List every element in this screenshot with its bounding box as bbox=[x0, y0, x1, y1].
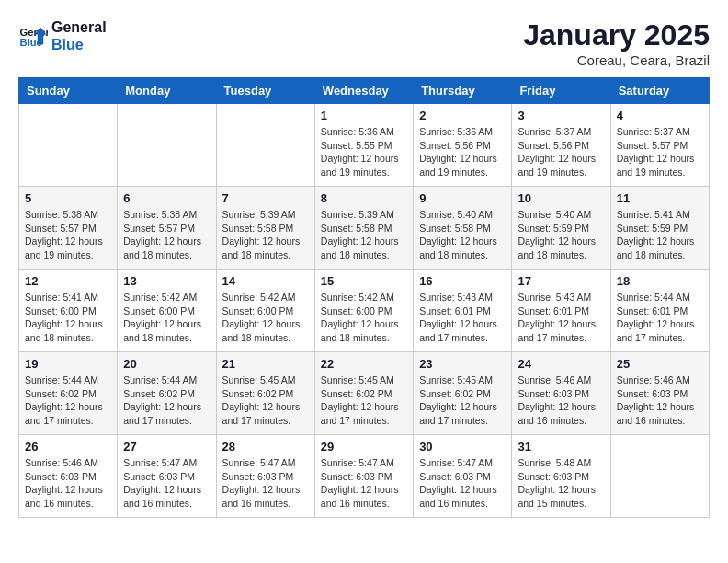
day-info: Sunrise: 5:45 AMSunset: 6:02 PMDaylight:… bbox=[321, 373, 407, 428]
calendar-week-1: 1Sunrise: 5:36 AMSunset: 5:55 PMDaylight… bbox=[19, 104, 710, 187]
logo-icon: General Blue bbox=[18, 21, 48, 51]
day-number: 21 bbox=[222, 357, 309, 371]
day-number: 17 bbox=[518, 274, 604, 288]
day-info: Sunrise: 5:44 AMSunset: 6:02 PMDaylight:… bbox=[123, 373, 210, 428]
day-number: 7 bbox=[222, 191, 309, 205]
day-number: 16 bbox=[419, 274, 506, 288]
calendar-cell: 21Sunrise: 5:45 AMSunset: 6:02 PMDayligh… bbox=[216, 352, 314, 435]
day-info: Sunrise: 5:47 AMSunset: 6:03 PMDaylight:… bbox=[222, 456, 309, 511]
day-number: 14 bbox=[222, 274, 309, 288]
calendar-cell: 6Sunrise: 5:38 AMSunset: 5:57 PMDaylight… bbox=[118, 187, 216, 270]
weekday-header-thursday: Thursday bbox=[414, 78, 512, 104]
day-number: 31 bbox=[518, 440, 604, 454]
day-info: Sunrise: 5:43 AMSunset: 6:01 PMDaylight:… bbox=[518, 291, 604, 345]
logo: General Blue General Blue bbox=[18, 18, 107, 53]
calendar-cell: 18Sunrise: 5:44 AMSunset: 6:01 PMDayligh… bbox=[610, 270, 709, 352]
weekday-header-tuesday: Tuesday bbox=[216, 78, 314, 104]
weekday-header-wednesday: Wednesday bbox=[314, 78, 413, 104]
day-number: 5 bbox=[25, 191, 111, 205]
day-info: Sunrise: 5:45 AMSunset: 6:02 PMDaylight:… bbox=[419, 373, 506, 428]
calendar-cell: 24Sunrise: 5:46 AMSunset: 6:03 PMDayligh… bbox=[512, 352, 610, 435]
logo-text: General Blue bbox=[51, 18, 107, 53]
day-info: Sunrise: 5:47 AMSunset: 6:03 PMDaylight:… bbox=[123, 456, 210, 511]
calendar-cell bbox=[216, 104, 314, 187]
day-info: Sunrise: 5:42 AMSunset: 6:00 PMDaylight:… bbox=[321, 291, 407, 345]
calendar-cell: 31Sunrise: 5:48 AMSunset: 6:03 PMDayligh… bbox=[512, 435, 610, 518]
day-info: Sunrise: 5:45 AMSunset: 6:02 PMDaylight:… bbox=[222, 373, 309, 428]
day-info: Sunrise: 5:39 AMSunset: 5:58 PMDaylight:… bbox=[222, 208, 309, 262]
day-number: 9 bbox=[419, 191, 506, 205]
day-info: Sunrise: 5:38 AMSunset: 5:57 PMDaylight:… bbox=[25, 208, 111, 262]
day-number: 18 bbox=[617, 274, 703, 288]
calendar-week-4: 19Sunrise: 5:44 AMSunset: 6:02 PMDayligh… bbox=[19, 352, 710, 435]
calendar-cell: 25Sunrise: 5:46 AMSunset: 6:03 PMDayligh… bbox=[610, 352, 709, 435]
location-subtitle: Coreau, Ceara, Brazil bbox=[523, 52, 710, 68]
day-number: 30 bbox=[419, 440, 506, 454]
day-info: Sunrise: 5:43 AMSunset: 6:01 PMDaylight:… bbox=[419, 291, 506, 345]
day-info: Sunrise: 5:39 AMSunset: 5:58 PMDaylight:… bbox=[321, 208, 407, 262]
calendar-cell: 7Sunrise: 5:39 AMSunset: 5:58 PMDaylight… bbox=[216, 187, 314, 270]
calendar-cell bbox=[610, 435, 709, 518]
day-number: 19 bbox=[25, 357, 111, 371]
day-info: Sunrise: 5:41 AMSunset: 6:00 PMDaylight:… bbox=[25, 291, 111, 345]
day-number: 8 bbox=[321, 191, 407, 205]
day-number: 1 bbox=[321, 109, 407, 122]
calendar-cell bbox=[19, 104, 118, 187]
day-number: 10 bbox=[518, 191, 604, 205]
day-number: 2 bbox=[419, 109, 506, 122]
calendar-cell: 29Sunrise: 5:47 AMSunset: 6:03 PMDayligh… bbox=[314, 435, 413, 518]
calendar-cell: 2Sunrise: 5:36 AMSunset: 5:56 PMDaylight… bbox=[414, 104, 512, 187]
day-info: Sunrise: 5:37 AMSunset: 5:56 PMDaylight:… bbox=[518, 125, 604, 179]
day-info: Sunrise: 5:36 AMSunset: 5:55 PMDaylight:… bbox=[321, 125, 407, 179]
day-info: Sunrise: 5:46 AMSunset: 6:03 PMDaylight:… bbox=[617, 373, 703, 428]
calendar-cell: 1Sunrise: 5:36 AMSunset: 5:55 PMDaylight… bbox=[314, 104, 413, 187]
day-number: 6 bbox=[123, 191, 210, 205]
weekday-header-friday: Friday bbox=[512, 78, 610, 104]
calendar-cell: 3Sunrise: 5:37 AMSunset: 5:56 PMDaylight… bbox=[512, 104, 610, 187]
day-number: 15 bbox=[321, 274, 407, 288]
day-number: 25 bbox=[617, 357, 703, 371]
day-info: Sunrise: 5:41 AMSunset: 5:59 PMDaylight:… bbox=[617, 208, 703, 262]
day-number: 27 bbox=[123, 440, 210, 454]
day-info: Sunrise: 5:38 AMSunset: 5:57 PMDaylight:… bbox=[123, 208, 210, 262]
day-info: Sunrise: 5:47 AMSunset: 6:03 PMDaylight:… bbox=[419, 456, 506, 511]
calendar-cell: 30Sunrise: 5:47 AMSunset: 6:03 PMDayligh… bbox=[414, 435, 512, 518]
calendar-week-2: 5Sunrise: 5:38 AMSunset: 5:57 PMDaylight… bbox=[19, 187, 710, 270]
day-number: 20 bbox=[123, 357, 210, 371]
calendar-cell: 5Sunrise: 5:38 AMSunset: 5:57 PMDaylight… bbox=[19, 187, 118, 270]
calendar-cell: 10Sunrise: 5:40 AMSunset: 5:59 PMDayligh… bbox=[512, 187, 610, 270]
calendar-cell: 8Sunrise: 5:39 AMSunset: 5:58 PMDaylight… bbox=[314, 187, 413, 270]
day-number: 24 bbox=[518, 357, 604, 371]
day-info: Sunrise: 5:48 AMSunset: 6:03 PMDaylight:… bbox=[518, 456, 604, 511]
day-info: Sunrise: 5:44 AMSunset: 6:01 PMDaylight:… bbox=[617, 291, 703, 345]
day-number: 29 bbox=[321, 440, 407, 454]
day-info: Sunrise: 5:37 AMSunset: 5:57 PMDaylight:… bbox=[617, 125, 703, 179]
day-info: Sunrise: 5:42 AMSunset: 6:00 PMDaylight:… bbox=[222, 291, 309, 345]
calendar-cell: 9Sunrise: 5:40 AMSunset: 5:58 PMDaylight… bbox=[414, 187, 512, 270]
calendar-cell: 27Sunrise: 5:47 AMSunset: 6:03 PMDayligh… bbox=[118, 435, 216, 518]
calendar-cell: 26Sunrise: 5:46 AMSunset: 6:03 PMDayligh… bbox=[19, 435, 118, 518]
calendar-cell: 23Sunrise: 5:45 AMSunset: 6:02 PMDayligh… bbox=[414, 352, 512, 435]
day-number: 13 bbox=[123, 274, 210, 288]
day-info: Sunrise: 5:46 AMSunset: 6:03 PMDaylight:… bbox=[518, 373, 604, 428]
month-year-title: January 2025 bbox=[523, 18, 710, 52]
calendar-cell bbox=[118, 104, 216, 187]
day-number: 23 bbox=[419, 357, 506, 371]
calendar-cell: 16Sunrise: 5:43 AMSunset: 6:01 PMDayligh… bbox=[414, 270, 512, 352]
weekday-header-saturday: Saturday bbox=[610, 78, 709, 104]
calendar-table: SundayMondayTuesdayWednesdayThursdayFrid… bbox=[18, 77, 710, 518]
calendar-cell: 14Sunrise: 5:42 AMSunset: 6:00 PMDayligh… bbox=[216, 270, 314, 352]
day-number: 12 bbox=[25, 274, 111, 288]
weekday-header-monday: Monday bbox=[118, 78, 216, 104]
calendar-cell: 17Sunrise: 5:43 AMSunset: 6:01 PMDayligh… bbox=[512, 270, 610, 352]
calendar-cell: 13Sunrise: 5:42 AMSunset: 6:00 PMDayligh… bbox=[118, 270, 216, 352]
day-number: 26 bbox=[25, 440, 111, 454]
day-number: 22 bbox=[321, 357, 407, 371]
day-info: Sunrise: 5:36 AMSunset: 5:56 PMDaylight:… bbox=[419, 125, 506, 179]
day-info: Sunrise: 5:40 AMSunset: 5:58 PMDaylight:… bbox=[419, 208, 506, 262]
day-number: 11 bbox=[617, 191, 703, 205]
weekday-header-row: SundayMondayTuesdayWednesdayThursdayFrid… bbox=[19, 78, 710, 104]
calendar-week-5: 26Sunrise: 5:46 AMSunset: 6:03 PMDayligh… bbox=[19, 435, 710, 518]
calendar-cell: 4Sunrise: 5:37 AMSunset: 5:57 PMDaylight… bbox=[610, 104, 709, 187]
calendar-cell: 22Sunrise: 5:45 AMSunset: 6:02 PMDayligh… bbox=[314, 352, 413, 435]
